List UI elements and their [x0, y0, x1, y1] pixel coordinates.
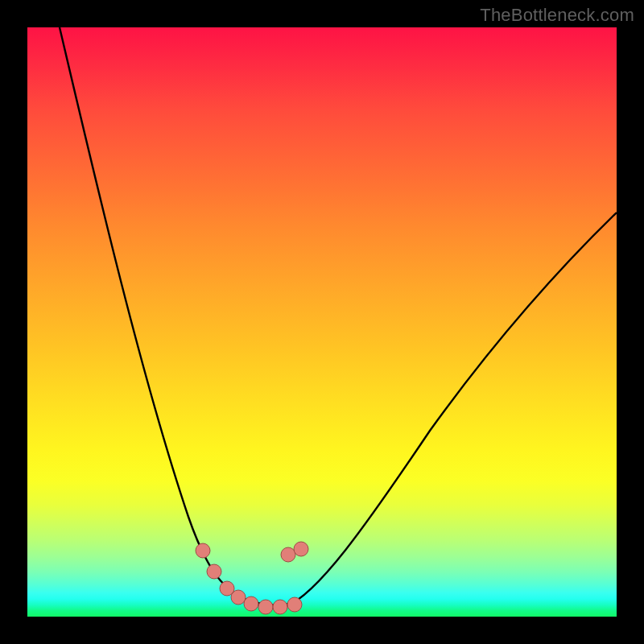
- curve-right-branch: [285, 213, 617, 607]
- marker-dot: [244, 597, 258, 611]
- marker-group: [196, 542, 308, 614]
- marker-dot: [196, 543, 210, 558]
- curve-left-branch: [60, 27, 269, 607]
- marker-dot: [273, 600, 287, 614]
- marker-dot: [294, 542, 308, 556]
- marker-dot: [258, 600, 273, 614]
- marker-dot: [231, 590, 246, 605]
- chart-plot-area: [27, 27, 617, 617]
- marker-dot: [207, 564, 221, 579]
- marker-dot: [287, 597, 302, 612]
- marker-dot: [281, 547, 295, 562]
- chart-curve-svg: [27, 27, 617, 617]
- watermark-text: TheBottleneck.com: [480, 5, 634, 26]
